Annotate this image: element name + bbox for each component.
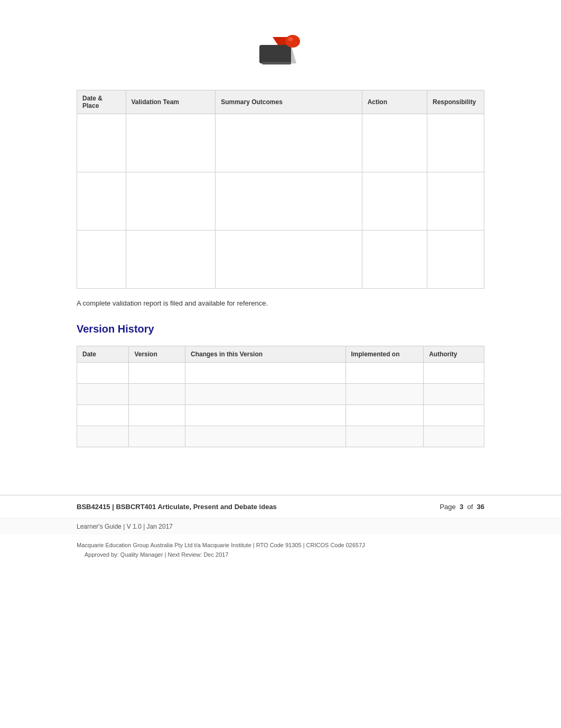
validation-header-team: Validation Team	[126, 90, 216, 114]
footer-bottom-line2: Approved by: Quality Manager | Next Revi…	[77, 550, 484, 560]
table-cell	[362, 231, 427, 289]
table-row	[77, 405, 484, 426]
page-total: 36	[477, 503, 484, 511]
page-label: Page	[440, 503, 455, 511]
table-cell	[216, 114, 362, 172]
table-cell	[345, 363, 424, 384]
footer-bar: BSB42415 | BSBCRT401 Articulate, Present…	[0, 495, 561, 518]
version-header-authority: Authority	[424, 346, 484, 363]
table-cell	[362, 114, 427, 172]
table-cell	[77, 172, 126, 231]
table-cell	[216, 231, 362, 289]
table-row	[77, 384, 484, 405]
page-of: of	[467, 503, 473, 511]
logo-container	[77, 32, 484, 69]
table-row	[77, 172, 484, 231]
table-cell	[77, 363, 129, 384]
validation-header-action: Action	[362, 90, 427, 114]
table-cell	[77, 231, 126, 289]
svg-point-4	[288, 37, 293, 41]
validation-header-resp: Responsibility	[427, 90, 484, 114]
table-cell	[216, 172, 362, 231]
version-header-date: Date	[77, 346, 129, 363]
validation-header-summary: Summary Outcomes	[216, 90, 362, 114]
table-cell	[362, 172, 427, 231]
table-cell	[126, 172, 216, 231]
table-cell	[126, 114, 216, 172]
table-cell	[427, 231, 484, 289]
table-cell	[345, 405, 424, 426]
validation-paragraph: A complete validation report is filed an…	[77, 299, 484, 307]
table-cell	[185, 426, 345, 447]
validation-table: Date & Place Validation Team Summary Out…	[77, 90, 484, 289]
version-history-heading: Version History	[77, 323, 484, 335]
table-cell	[129, 405, 185, 426]
table-row	[77, 426, 484, 447]
table-cell	[345, 426, 424, 447]
footer-subtitle: Learner's Guide | V 1.0 | Jan 2017	[0, 518, 561, 535]
table-cell	[424, 363, 484, 384]
table-cell	[427, 114, 484, 172]
logo	[257, 32, 304, 69]
table-cell	[129, 384, 185, 405]
content-area: Date & Place Validation Team Summary Out…	[0, 0, 561, 479]
table-cell	[185, 384, 345, 405]
table-cell	[129, 426, 185, 447]
page-current: 3	[460, 503, 463, 511]
table-row	[77, 231, 484, 289]
validation-header-date: Date & Place	[77, 90, 126, 114]
footer-bottom: Macquarie Education Group Australia Pty …	[0, 535, 561, 566]
version-header-version: Version	[129, 346, 185, 363]
table-cell	[185, 405, 345, 426]
table-cell	[77, 426, 129, 447]
page: Date & Place Validation Team Summary Out…	[0, 0, 561, 728]
version-header-impl: Implemented on	[345, 346, 424, 363]
table-cell	[77, 114, 126, 172]
footer-page: Page 3 of 36	[440, 503, 484, 511]
table-cell	[345, 384, 424, 405]
svg-rect-5	[262, 62, 291, 64]
table-cell	[185, 363, 345, 384]
table-cell	[427, 172, 484, 231]
version-header-changes: Changes in this Version	[185, 346, 345, 363]
version-history-table: Date Version Changes in this Version Imp…	[77, 346, 484, 447]
svg-point-3	[285, 35, 300, 48]
table-cell	[77, 405, 129, 426]
footer-bottom-line1: Macquarie Education Group Australia Pty …	[77, 541, 484, 550]
table-row	[77, 114, 484, 172]
table-cell	[126, 231, 216, 289]
table-cell	[424, 384, 484, 405]
table-cell	[77, 384, 129, 405]
table-row	[77, 363, 484, 384]
table-cell	[424, 405, 484, 426]
table-cell	[424, 426, 484, 447]
footer-title: BSB42415 | BSBCRT401 Articulate, Present…	[77, 503, 277, 511]
table-cell	[129, 363, 185, 384]
